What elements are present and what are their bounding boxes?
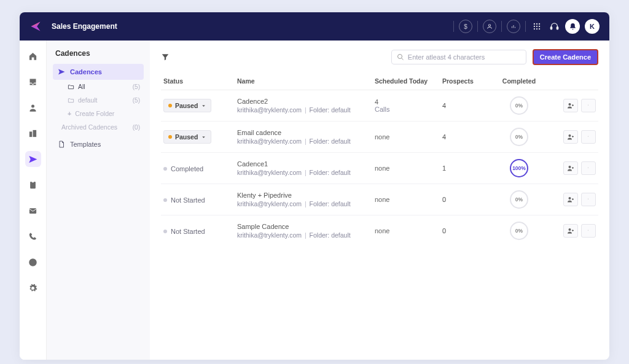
more-actions-button[interactable] bbox=[581, 99, 596, 112]
rail-calls-icon[interactable] bbox=[25, 228, 41, 244]
svg-point-2 bbox=[536, 23, 537, 25]
svg-rect-10 bbox=[550, 26, 552, 29]
rail-reports-icon[interactable] bbox=[25, 254, 41, 270]
prospects-value: 1 bbox=[442, 165, 491, 172]
svg-point-9 bbox=[539, 28, 540, 29]
svg-point-5 bbox=[536, 26, 537, 27]
status-dot-icon bbox=[163, 167, 167, 171]
rail-settings-icon[interactable] bbox=[25, 280, 41, 296]
cadence-meta: krithika@tryklenty.com | Folder: default bbox=[237, 231, 375, 239]
status-dropdown[interactable]: Paused bbox=[163, 130, 211, 144]
create-cadence-button[interactable]: Create Cadence bbox=[533, 49, 598, 65]
prospects-value: 4 bbox=[442, 102, 491, 109]
svg-rect-17 bbox=[29, 208, 36, 214]
sidebar-archived[interactable]: Archived Cadences (0) bbox=[53, 120, 144, 134]
billing-icon[interactable]: $ bbox=[459, 20, 472, 33]
table-row[interactable]: PausedCadence2krithika@tryklenty.com | F… bbox=[161, 90, 598, 122]
more-actions-button[interactable] bbox=[581, 224, 596, 238]
account-icon[interactable] bbox=[483, 20, 496, 33]
rail-inbox-icon[interactable] bbox=[25, 74, 41, 90]
svg-point-23 bbox=[569, 134, 571, 137]
apps-icon[interactable] bbox=[531, 20, 543, 33]
folder-icon bbox=[68, 83, 74, 90]
svg-point-1 bbox=[534, 23, 535, 25]
table-row[interactable]: PausedEmail cadencekrithika@tryklenty.co… bbox=[161, 122, 598, 153]
svg-point-12 bbox=[31, 104, 34, 107]
more-actions-button[interactable] bbox=[581, 161, 596, 175]
divider bbox=[525, 21, 526, 32]
divider bbox=[501, 21, 502, 32]
add-prospect-button[interactable] bbox=[563, 161, 578, 175]
col-scheduled: Scheduled Today bbox=[375, 77, 442, 85]
rail-cadences-icon[interactable] bbox=[25, 151, 41, 167]
sidebar-item-label: Templates bbox=[70, 141, 101, 148]
sidebar-item-cadences[interactable]: Cadences bbox=[53, 64, 144, 80]
more-actions-button[interactable] bbox=[581, 193, 596, 206]
sidebar-heading: Cadences bbox=[55, 49, 141, 58]
table-header: Status Name Scheduled Today Prospects Co… bbox=[161, 72, 598, 90]
status-label: Completed bbox=[163, 165, 203, 172]
prospects-value: 4 bbox=[442, 133, 491, 141]
filter-icon[interactable] bbox=[161, 53, 170, 61]
analytics-icon[interactable] bbox=[507, 20, 520, 33]
divider bbox=[477, 21, 478, 32]
user-avatar[interactable]: K bbox=[585, 19, 600, 34]
svg-point-27 bbox=[569, 166, 571, 168]
add-prospect-button[interactable] bbox=[563, 224, 578, 238]
table-row[interactable]: Not StartedSample Cadencekrithika@trykle… bbox=[161, 215, 598, 246]
completion-badge: 100% bbox=[510, 159, 528, 177]
sidebar-create-folder[interactable]: + Create Folder bbox=[53, 107, 144, 120]
sidebar: Cadences Cadences All (5) default (5) bbox=[47, 41, 150, 360]
status-dot-icon bbox=[163, 230, 167, 233]
cadence-meta: krithika@tryklenty.com | Folder: default bbox=[237, 169, 375, 176]
sidebar-folder-default[interactable]: default (5) bbox=[53, 93, 144, 107]
svg-point-6 bbox=[539, 26, 540, 27]
nav-rail bbox=[20, 41, 47, 360]
status-dot-icon bbox=[168, 104, 172, 107]
cadence-meta: krithika@tryklenty.com | Folder: default bbox=[237, 137, 375, 145]
cadence-name: Cadence1 bbox=[237, 160, 375, 168]
sidebar-item-templates[interactable]: Templates bbox=[53, 136, 144, 152]
chevron-down-icon bbox=[201, 103, 206, 109]
rail-contacts-icon[interactable] bbox=[25, 99, 41, 115]
sidebar-folder-all[interactable]: All (5) bbox=[53, 80, 144, 93]
main: Create Cadence Status Name Scheduled Tod… bbox=[150, 41, 609, 360]
search-input[interactable] bbox=[408, 53, 521, 61]
cadence-name: Klenty + Pipedrive bbox=[237, 192, 375, 199]
svg-point-4 bbox=[534, 26, 535, 27]
divider bbox=[453, 21, 454, 32]
svg-rect-14 bbox=[33, 130, 37, 136]
rail-home-icon[interactable] bbox=[25, 48, 41, 64]
col-prospects: Prospects bbox=[442, 77, 491, 85]
notifications-icon[interactable] bbox=[565, 19, 580, 34]
topbar: Sales Engagement $ K bbox=[20, 12, 609, 41]
completion-badge: 0% bbox=[510, 222, 528, 240]
support-icon[interactable] bbox=[548, 20, 560, 33]
add-prospect-button[interactable] bbox=[563, 193, 578, 206]
search-input-wrapper[interactable] bbox=[391, 50, 526, 64]
rail-tasks-icon[interactable] bbox=[25, 177, 41, 193]
logo-icon bbox=[29, 20, 42, 33]
rail-companies-icon[interactable] bbox=[25, 125, 41, 141]
table-body: PausedCadence2krithika@tryklenty.com | F… bbox=[161, 90, 598, 246]
cadence-name: Cadence2 bbox=[237, 98, 375, 105]
send-icon bbox=[58, 68, 65, 76]
scheduled-value: none bbox=[375, 165, 442, 172]
add-prospect-button[interactable] bbox=[563, 99, 578, 112]
rail-mail-icon[interactable] bbox=[25, 203, 41, 219]
folder-icon bbox=[68, 97, 74, 104]
topbar-icons: $ K bbox=[453, 19, 600, 34]
more-actions-button[interactable] bbox=[581, 130, 596, 144]
scheduled-value: none bbox=[375, 133, 442, 141]
svg-point-8 bbox=[536, 28, 537, 29]
cadence-meta: krithika@tryklenty.com | Folder: default bbox=[237, 200, 375, 207]
add-prospect-button[interactable] bbox=[563, 130, 578, 144]
app-frame: Sales Engagement $ K bbox=[20, 12, 609, 360]
body: Cadences Cadences All (5) default (5) bbox=[20, 41, 609, 360]
svg-rect-13 bbox=[29, 131, 32, 137]
table-row[interactable]: Not StartedKlenty + Pipedrivekrithika@tr… bbox=[161, 184, 598, 215]
svg-point-3 bbox=[539, 23, 540, 25]
table-row[interactable]: CompletedCadence1krithika@tryklenty.com … bbox=[161, 153, 598, 184]
status-dropdown[interactable]: Paused bbox=[163, 99, 211, 112]
chevron-down-icon bbox=[201, 134, 206, 140]
